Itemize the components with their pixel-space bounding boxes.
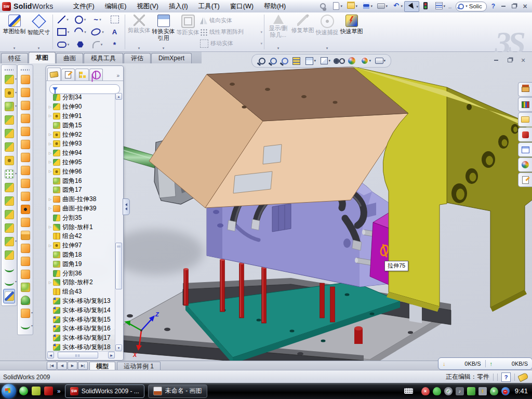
feature-tool-button[interactable] xyxy=(4,86,15,100)
search-input[interactable]: Solic xyxy=(469,3,482,9)
surface-tool-button[interactable] xyxy=(20,190,31,203)
ribbon-button[interactable]: 快速捕捉 xyxy=(315,12,339,51)
tree-item[interactable]: 圆角16 xyxy=(47,176,115,185)
tab-nav-button[interactable] xyxy=(68,362,77,370)
ribbon-button[interactable]: 显示/删除几... xyxy=(266,12,290,51)
tree-item[interactable]: 拉伸94 xyxy=(47,149,115,158)
tree-expander-icon[interactable] xyxy=(47,197,53,202)
feature-tool-button[interactable] xyxy=(4,221,15,235)
taskbar-task-button[interactable]: 未命名 - 画图 xyxy=(148,384,207,398)
menu-item[interactable]: 窗口(W) xyxy=(225,1,259,12)
tray-icon[interactable] xyxy=(467,387,475,395)
tree-expander-icon[interactable] xyxy=(47,206,53,210)
scroll-down-icon[interactable]: ▼ xyxy=(115,344,122,351)
view-tool-button[interactable] xyxy=(291,56,301,66)
feature-tool-button[interactable] xyxy=(4,127,15,140)
surface-tool-button[interactable] xyxy=(20,177,31,190)
sketch-entity-button[interactable] xyxy=(55,26,72,38)
tree-filter-input[interactable] xyxy=(49,84,120,94)
tree-expander-icon[interactable] xyxy=(47,244,53,248)
feature-tool-button[interactable] xyxy=(4,73,15,86)
tree-expander-icon[interactable] xyxy=(47,169,53,174)
feature-tool-button[interactable] xyxy=(4,235,15,248)
sketch-entity-button[interactable] xyxy=(55,38,72,51)
restore-button[interactable] xyxy=(509,2,519,10)
feature-tool-button[interactable] xyxy=(4,154,15,167)
menu-item[interactable]: 帮助(H) xyxy=(259,1,291,12)
tree-hscroll-thumb[interactable] xyxy=(58,352,98,358)
view-tool-button[interactable] xyxy=(257,56,267,66)
doc-minimize-button[interactable] xyxy=(491,56,501,64)
surface-tool-button[interactable] xyxy=(20,86,31,99)
sketch-entity-button[interactable] xyxy=(106,38,123,51)
menu-item[interactable]: 插入(I) xyxy=(164,1,193,12)
surface-tool-button[interactable] xyxy=(20,320,31,332)
tree-item[interactable]: 实体-移动/复制16 xyxy=(47,324,115,334)
tree-item[interactable]: 切除-放样1 xyxy=(47,222,115,232)
status-help-button[interactable]: ? xyxy=(501,373,511,382)
tree-item[interactable]: 实体-移动/复制13 xyxy=(47,297,115,306)
quick-launch-icon[interactable] xyxy=(32,387,41,395)
surface-tool-button[interactable] xyxy=(20,294,31,307)
sketch-entity-button[interactable] xyxy=(106,14,123,26)
tab-configurationmanager[interactable] xyxy=(75,69,89,81)
search-box[interactable]: ▾ Solic xyxy=(456,2,486,11)
ribbon-stack-button[interactable]: 移动实体 xyxy=(200,38,262,49)
view-tool-button[interactable] xyxy=(373,56,385,66)
ribbon-stack-button[interactable]: 线性草图阵列 xyxy=(200,27,262,37)
tab-nav-button[interactable] xyxy=(47,362,57,370)
task-pane-tab[interactable] xyxy=(518,172,532,187)
tree-expander-icon[interactable] xyxy=(47,105,53,109)
tray-icon[interactable] xyxy=(456,387,464,395)
tree-item[interactable]: 拉伸96 xyxy=(47,167,115,176)
task-pane-tab[interactable] xyxy=(518,82,532,97)
surface-tool-button[interactable] xyxy=(20,255,31,268)
task-pane-tab[interactable] xyxy=(518,127,532,142)
menu-item[interactable]: 工具(T) xyxy=(193,1,225,12)
feature-tool-button[interactable] xyxy=(4,181,15,194)
scroll-right-icon[interactable]: ▶ xyxy=(108,352,115,358)
view-tool-button[interactable] xyxy=(358,56,371,66)
tree-item[interactable]: 实体-移动/复制17 xyxy=(47,334,115,343)
task-pane-tab[interactable] xyxy=(518,97,532,112)
surface-tool-button[interactable] xyxy=(20,138,31,151)
surface-tool-button[interactable] xyxy=(20,268,31,281)
top-clamp-plate[interactable] xyxy=(149,66,408,208)
task-pane-tab[interactable] xyxy=(518,157,532,172)
tree-item[interactable]: 曲面-拉伸38 xyxy=(47,195,115,204)
commandmanager-tab[interactable]: 模具工具 xyxy=(84,53,123,63)
tree-item[interactable]: 圆角17 xyxy=(47,185,115,195)
tree-item[interactable]: 拉伸97 xyxy=(47,241,115,250)
start-button[interactable] xyxy=(2,384,16,398)
toolbar-button[interactable] xyxy=(374,1,388,11)
tree-expander-icon[interactable] xyxy=(47,142,53,146)
tray-icon[interactable] xyxy=(421,387,430,395)
surface-tool-button[interactable] xyxy=(20,281,31,294)
quick-launch-overflow[interactable]: » xyxy=(57,388,61,395)
view-tool-button[interactable] xyxy=(317,56,330,66)
toolbar-button[interactable] xyxy=(359,1,373,11)
ribbon-button[interactable]: 快速草图 xyxy=(339,12,364,51)
tray-icon[interactable] xyxy=(433,387,441,395)
toolbar-button[interactable] xyxy=(420,1,431,11)
tree-item[interactable]: 圆角18 xyxy=(47,250,115,260)
tag-icon[interactable] xyxy=(517,372,528,381)
tree-item[interactable]: 曲面-拉伸39 xyxy=(47,204,115,214)
tree-item[interactable]: 分割34 xyxy=(47,93,115,102)
scroll-left-icon[interactable]: ◀ xyxy=(47,352,54,358)
surface-tool-button[interactable] xyxy=(20,112,31,125)
feature-tool-button[interactable] xyxy=(4,262,15,275)
sketch-entity-button[interactable] xyxy=(72,26,89,38)
tree-expander-icon[interactable] xyxy=(47,160,53,164)
ribbon-button[interactable]: 剪裁实体 xyxy=(127,12,151,51)
feature-tool-button[interactable] xyxy=(4,113,15,127)
view-tool-button[interactable] xyxy=(303,56,316,66)
ribbon-button[interactable]: 草图绘制 xyxy=(2,12,26,51)
tree-item[interactable]: 分割35 xyxy=(47,213,115,222)
tree-item[interactable]: 组合43 xyxy=(47,287,115,297)
ribbon-stack-button[interactable]: 镜向实体 xyxy=(200,16,262,26)
tree-expander-icon[interactable] xyxy=(47,225,53,229)
tree-item[interactable]: 圆角19 xyxy=(47,259,115,269)
tree-expander-icon[interactable] xyxy=(47,151,53,155)
tree-item[interactable]: 圆角15 xyxy=(47,121,115,130)
